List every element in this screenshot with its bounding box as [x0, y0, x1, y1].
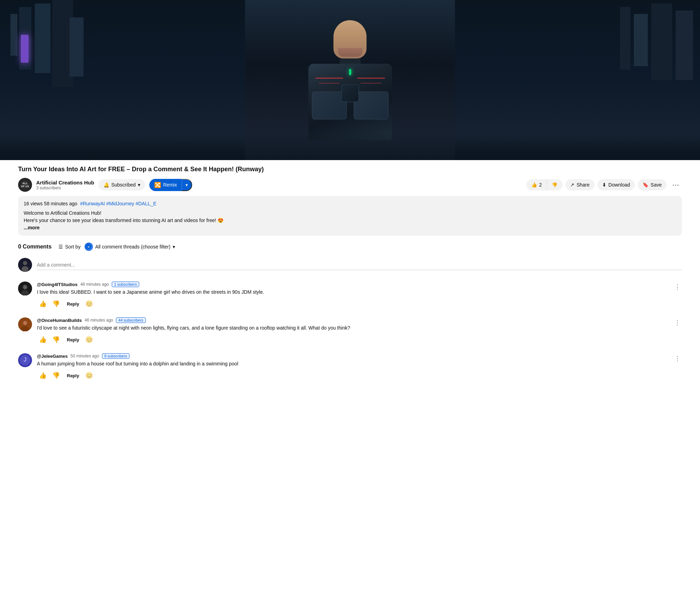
video-title: Turn Your Ideas Into AI Art for FREE – D… [18, 165, 682, 174]
comment-time: 50 minutes ago [71, 354, 99, 358]
video-player[interactable] [0, 0, 700, 160]
comment-text: I love this idea! SUBBED. I want to see … [37, 289, 682, 296]
comment-actions: 👍 👎 Reply 😊 [37, 370, 682, 381]
comment-more-button[interactable]: ⋮ [673, 317, 682, 328]
comments-count: 0 Comments [18, 244, 52, 250]
channel-info: Artificial Creations Hub 3 subscribers [36, 180, 94, 190]
comment-item: J @JeleeGames 50 minutes ago 8 subscribe… [18, 353, 682, 381]
comment-dislike-button[interactable]: 👎 [50, 370, 62, 381]
svg-text:G: G [24, 285, 27, 289]
like-dislike-group: 👍 2 👎 [526, 179, 563, 190]
comment-time: 46 minutes ago [85, 318, 113, 323]
comment-header: @JeleeGames 50 minutes ago 8 subscribers [37, 353, 682, 359]
comment-dislike-button[interactable]: 👎 [50, 299, 62, 309]
channel-right: 👍 2 👎 ↗ Share ⬇ Download 🔖 Save [526, 179, 682, 191]
sort-filter-row: ☰ Sort by C All comment threads (choose … [58, 243, 175, 251]
add-comment-row [18, 258, 682, 272]
comment-header: @Going4ITStudios 48 minutes ago 1 subscr… [37, 282, 682, 287]
channel-avatar[interactable]: ALLOF US [18, 178, 32, 192]
svg-text:J: J [24, 357, 27, 363]
comment-avatar: O [18, 317, 32, 331]
sort-icon: ☰ [58, 244, 63, 250]
reply-button[interactable]: Reply [63, 371, 82, 380]
comment-more-button[interactable]: ⋮ [673, 282, 682, 292]
like-button[interactable]: 👍 2 [526, 179, 547, 190]
channel-row: ALLOF US Artificial Creations Hub 3 subs… [18, 178, 682, 192]
thumbs-down-icon: 👎 [552, 182, 558, 188]
comment-dislike-button[interactable]: 👎 [50, 334, 62, 345]
filter-chevron-icon: ▾ [173, 244, 175, 250]
comment-item: O @OnceHumanBuilds 46 minutes ago 44 sub… [18, 317, 682, 345]
filter-dropdown-button[interactable]: C All comment threads (choose filter) ▾ [85, 243, 175, 251]
subscriber-badge: 1 subscribers [112, 282, 139, 287]
video-bottom-gradient [0, 132, 700, 160]
share-button[interactable]: ↗ Share [565, 179, 594, 190]
channel-name[interactable]: Artificial Creations Hub [36, 180, 94, 185]
character-figure [308, 20, 392, 140]
more-icon: ⋯ [672, 181, 679, 189]
share-icon: ↗ [570, 182, 574, 188]
reply-button[interactable]: Reply [63, 299, 82, 309]
svg-point-3 [23, 261, 27, 265]
comment-input[interactable] [37, 260, 682, 270]
comment-like-button[interactable]: 👍 [37, 334, 49, 345]
reply-button[interactable]: Reply [63, 335, 82, 345]
comment-author[interactable]: @OnceHumanBuilds [37, 318, 82, 323]
comment-text: I'd love to see a futuristic cityscape a… [37, 324, 682, 332]
comment-more-button[interactable]: ⋮ [673, 353, 682, 364]
save-icon: 🔖 [643, 182, 648, 188]
comment-header: @OnceHumanBuilds 46 minutes ago 44 subsc… [37, 317, 682, 323]
svg-point-4 [22, 266, 29, 272]
dislike-button[interactable]: 👎 [546, 180, 563, 190]
comment-author[interactable]: @JeleeGames [37, 354, 68, 359]
comment-content: @OnceHumanBuilds 46 minutes ago 44 subsc… [37, 317, 682, 345]
description-tags[interactable]: #RunwayAI #MidJourney #DALL_E [80, 201, 156, 206]
remix-dropdown-button[interactable]: ▾ [182, 179, 192, 191]
sort-button[interactable]: ☰ Sort by [58, 244, 80, 250]
comment-actions: 👍 👎 Reply 😊 [37, 334, 682, 345]
description-meta: 16 views 58 minutes ago #RunwayAI #MidJo… [24, 200, 676, 207]
comment-item: G @Going4ITStudios 48 minutes ago 1 subs… [18, 282, 682, 309]
comment-avatar: J [18, 353, 32, 367]
thumbs-up-icon: 👍 [531, 182, 537, 188]
remix-group: 🔀 Remix ▾ [149, 179, 192, 191]
channel-subscribers: 3 subscribers [36, 185, 94, 190]
emoji-button[interactable]: 😊 [84, 334, 94, 345]
subscribe-button[interactable]: 🔔 Subscribed ▾ [99, 179, 145, 190]
remix-icon: 🔀 [154, 182, 161, 188]
remix-main-button[interactable]: 🔀 Remix [149, 179, 182, 191]
comment-like-button[interactable]: 👍 [37, 370, 49, 381]
more-options-button[interactable]: ⋯ [669, 179, 682, 191]
comment-author[interactable]: @Going4ITStudios [37, 282, 78, 287]
description-text: Welcome to Artificial Creations Hub! Her… [24, 210, 676, 231]
subscriber-badge: 8 subscribers [102, 353, 129, 359]
comments-section: 0 Comments ☰ Sort by C All comment threa… [18, 243, 682, 381]
save-button[interactable]: 🔖 Save [638, 179, 667, 190]
description-box: 16 views 58 minutes ago #RunwayAI #MidJo… [18, 196, 682, 236]
emoji-button[interactable]: 😊 [84, 370, 94, 381]
emoji-button[interactable]: 😊 [84, 299, 94, 309]
comments-list: G @Going4ITStudios 48 minutes ago 1 subs… [18, 282, 682, 381]
subscriber-badge: 44 subscribers [116, 317, 146, 323]
svg-text:C: C [88, 245, 90, 248]
comment-avatar: G [18, 282, 32, 295]
comment-time: 48 minutes ago [80, 282, 109, 287]
comment-text: A human jumping from a house roof but tu… [37, 360, 682, 368]
bell-icon: 🔔 [103, 182, 109, 188]
description-more-link[interactable]: ...more [24, 225, 40, 230]
comment-like-button[interactable]: 👍 [37, 299, 49, 309]
video-thumbnail [0, 0, 700, 160]
svg-text:O: O [24, 321, 27, 325]
comments-header: 0 Comments ☰ Sort by C All comment threa… [18, 243, 682, 251]
download-button[interactable]: ⬇ Download [597, 179, 635, 190]
comment-content: @Going4ITStudios 48 minutes ago 1 subscr… [37, 282, 682, 309]
channel-left: ALLOF US Artificial Creations Hub 3 subs… [18, 178, 192, 192]
comment-content: @JeleeGames 50 minutes ago 8 subscribers… [37, 353, 682, 381]
filter-avatar: C [85, 243, 93, 251]
subscribe-chevron-icon: ▾ [138, 182, 140, 188]
current-user-avatar [18, 258, 32, 272]
content-wrapper: Turn Your Ideas Into AI Art for FREE – D… [0, 165, 700, 381]
comment-actions: 👍 👎 Reply 😊 [37, 299, 682, 309]
download-icon: ⬇ [602, 182, 606, 188]
